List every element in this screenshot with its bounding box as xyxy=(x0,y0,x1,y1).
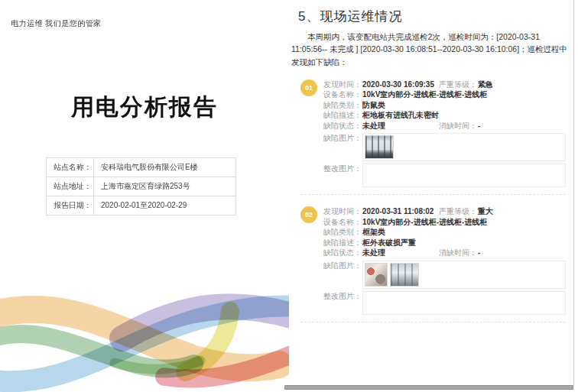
brand-tagline: 电力运维 我们是您的管家 xyxy=(11,18,102,29)
report-date-label: 报告日期： xyxy=(47,196,94,215)
device-name-value: 10kV室内部分-进线柜-进线柜-进线柜 xyxy=(362,89,487,100)
report-page: 5、现场运维情况 本周期内，该变配电站共完成巡检2次，巡检时间为：[2020-0… xyxy=(289,0,574,386)
found-time-label: 发现时间： xyxy=(323,79,362,90)
table-row: 站点名称： 安科瑞电气股份有限公司E楼 xyxy=(47,158,236,177)
found-time-value: 2020-03-30 16:09:35 xyxy=(362,79,439,90)
defect-status-value: 未处理 xyxy=(362,121,439,131)
report-date-value: 2020-02-01至2020-02-29 xyxy=(94,196,236,215)
found-time-value: 2020-03-31 11:08:02 xyxy=(362,206,439,217)
severity-value: 紧急 xyxy=(478,79,493,90)
defect-description-label: 缺陷描述： xyxy=(323,238,362,248)
decorative-waves-graphic xyxy=(0,291,289,392)
site-address-label: 站点地址： xyxy=(47,177,94,196)
item-separator xyxy=(300,194,566,195)
defect-item-01: 01 发现时间： 2020-03-30 16:09:35 严重等级： 紧急 设备… xyxy=(300,79,566,188)
device-name-label: 设备名称： xyxy=(323,89,362,100)
clear-time-label: 消缺时间： xyxy=(439,248,478,258)
item-separator xyxy=(300,322,566,322)
site-info-table: 站点名称： 安科瑞电气股份有限公司E楼 站点地址： 上海市嘉定区育绿路253号 … xyxy=(46,157,236,215)
table-row: 站点地址： 上海市嘉定区育绿路253号 xyxy=(47,177,236,196)
clear-time-label: 消缺时间： xyxy=(439,121,478,131)
section-title: 5、现场运维情况 xyxy=(298,8,570,25)
device-name-label: 设备名称： xyxy=(323,217,362,228)
report-title: 用电分析报告 xyxy=(0,92,289,123)
defect-index-badge: 01 xyxy=(300,79,317,96)
severity-value: 重大 xyxy=(478,206,493,217)
defect-photo-thumbnail[interactable] xyxy=(365,263,388,287)
defect-images-box xyxy=(362,133,566,161)
severity-label: 严重等级： xyxy=(439,79,478,90)
defect-status-value: 未处理 xyxy=(362,248,439,258)
rectify-images-label: 整改图片： xyxy=(323,291,362,315)
defect-status-label: 缺陷状态： xyxy=(323,248,362,258)
table-row: 报告日期： 2020-02-01至2020-02-29 xyxy=(47,196,236,215)
cover-page: 电力运维 我们是您的管家 用电分析报告 站点名称： 安科瑞电气股份有限公司E楼 … xyxy=(0,0,289,392)
rectify-images-box xyxy=(362,164,566,187)
report-viewer: 电力运维 我们是您的管家 用电分析报告 站点名称： 安科瑞电气股份有限公司E楼 … xyxy=(0,0,578,392)
site-address-value: 上海市嘉定区育绿路253号 xyxy=(94,177,236,196)
defect-photo-thumbnail[interactable] xyxy=(365,135,394,159)
rectify-images-label: 整改图片： xyxy=(323,164,362,187)
site-name-value: 安科瑞电气股份有限公司E楼 xyxy=(94,158,236,177)
rectify-images-box xyxy=(362,291,566,315)
defect-category-label: 缺陷类别： xyxy=(323,100,362,111)
defect-category-value: 防鼠类 xyxy=(362,100,385,111)
inspection-summary-text: 本周期内，该变配电站共完成巡检2次，巡检时间为：[2020-03-31 11:0… xyxy=(291,31,570,68)
severity-label: 严重等级： xyxy=(439,206,478,217)
defect-photo-thumbnail[interactable] xyxy=(390,263,419,287)
found-time-label: 发现时间： xyxy=(323,206,362,217)
defect-images-box xyxy=(362,261,566,289)
defect-index-badge: 02 xyxy=(300,206,317,223)
defect-images-label: 缺陷图片： xyxy=(323,133,362,161)
defect-description-value: 柜地板有进线孔未密封 xyxy=(362,110,439,121)
defect-item-02: 02 发现时间： 2020-03-31 11:08:02 严重等级： 重大 设备… xyxy=(300,206,566,315)
device-name-value: 10kV室内部分-进线柜-进线柜-进线柜 xyxy=(362,217,487,228)
clear-time-value: - xyxy=(478,248,480,258)
defect-images-label: 缺陷图片： xyxy=(323,261,362,289)
horizontal-scrollbar[interactable] xyxy=(284,385,573,390)
defect-category-value: 框架类 xyxy=(362,227,385,238)
defect-status-label: 缺陷状态： xyxy=(323,121,362,131)
clear-time-value: - xyxy=(478,121,480,131)
defect-description-value: 柜外表破损严重 xyxy=(362,238,416,248)
defect-category-label: 缺陷类别： xyxy=(323,227,362,238)
site-name-label: 站点名称： xyxy=(47,158,94,177)
defect-description-label: 缺陷描述： xyxy=(323,110,362,121)
